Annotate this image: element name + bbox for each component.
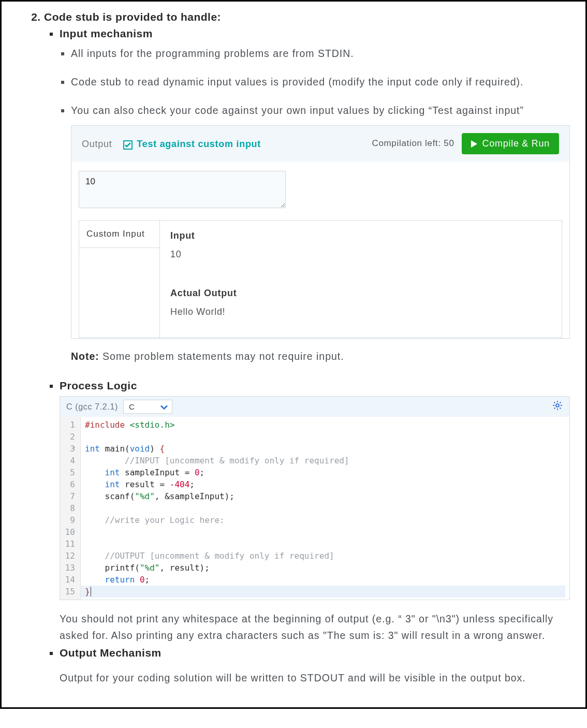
language-select[interactable]: C bbox=[123, 400, 172, 414]
heading-code-stub: Code stub is provided to handle: bbox=[44, 11, 221, 23]
input-value: 10 bbox=[170, 246, 551, 263]
actual-output-value: Hello World! bbox=[170, 304, 551, 320]
bullet-test-against-input: You can also check your code against you… bbox=[71, 102, 570, 365]
compile-run-label: Compile & Run bbox=[482, 138, 550, 149]
note-text: Some problem statements may not require … bbox=[99, 351, 344, 362]
section-process-logic: Process Logic C (gcc 7.2.1) C bbox=[60, 380, 570, 644]
io-table-left: Custom Input bbox=[79, 221, 160, 338]
note-prefix: Note: bbox=[71, 351, 99, 362]
compile-panel-header: Output Test against custom input Compila… bbox=[71, 126, 569, 162]
code-content[interactable]: #include <stdio.h> int main(void) { //IN… bbox=[81, 417, 569, 600]
code-area[interactable]: 123456789101112131415 #include <stdio.h>… bbox=[60, 417, 569, 600]
gear-icon bbox=[552, 400, 563, 411]
section-title: Process Logic bbox=[60, 380, 137, 391]
svg-point-1 bbox=[556, 404, 559, 407]
bullet-text: You can also check your code against you… bbox=[71, 105, 524, 116]
document-page: Code stub is provided to handle: Input m… bbox=[0, 0, 587, 709]
io-table-right: Input 10 Actual Output Hello World! bbox=[160, 221, 562, 338]
section-output-mechanism: Output Mechanism Output for your coding … bbox=[60, 647, 570, 686]
io-table: Custom Input Input 10 Actual Output Hell… bbox=[79, 220, 562, 338]
section-title: Input mechanism bbox=[60, 27, 153, 39]
settings-button[interactable] bbox=[552, 400, 563, 414]
output-tab-label[interactable]: Output bbox=[82, 136, 112, 152]
process-logic-para: You should not print any whitespace at t… bbox=[60, 610, 570, 644]
section-title: Output Mechanism bbox=[60, 647, 162, 659]
note-line: Note: Some problem statements may not re… bbox=[71, 348, 570, 365]
svg-marker-0 bbox=[471, 140, 477, 148]
code-editor: C (gcc 7.2.1) C bbox=[60, 396, 570, 600]
compilation-left: Compilation left: 50 bbox=[372, 136, 454, 151]
language-value: C bbox=[129, 402, 135, 411]
compilation-left-label: Compilation left: bbox=[372, 138, 444, 148]
editor-header: C (gcc 7.2.1) C bbox=[60, 397, 569, 417]
custom-input-textarea[interactable] bbox=[79, 171, 286, 208]
compile-panel: Output Test against custom input Compila… bbox=[71, 125, 570, 339]
input-header: Input bbox=[170, 228, 551, 244]
play-icon bbox=[471, 140, 477, 148]
bullet-code-stub: Code stub to read dynamic input values i… bbox=[71, 74, 570, 91]
actual-output-header: Actual Output bbox=[170, 285, 551, 301]
section-input-mechanism: Input mechanism All inputs for the progr… bbox=[60, 27, 570, 365]
chevron-down-icon bbox=[160, 402, 168, 411]
checkbox-label[interactable]: Test against custom input bbox=[137, 136, 261, 152]
list-item-2: Code stub is provided to handle: Input m… bbox=[44, 11, 570, 687]
compiler-label: C (gcc 7.2.1) bbox=[66, 402, 118, 412]
output-mech-para: Output for your coding solution will be … bbox=[60, 669, 570, 686]
bullet-stdin: All inputs for the programming problems … bbox=[71, 45, 570, 62]
custom-input-tab[interactable]: Custom Input bbox=[79, 221, 159, 249]
line-gutter: 123456789101112131415 bbox=[60, 417, 81, 600]
checkbox-icon[interactable] bbox=[123, 140, 133, 150]
compile-run-button[interactable]: Compile & Run bbox=[462, 133, 559, 154]
compile-panel-body: Custom Input Input 10 Actual Output Hell… bbox=[71, 162, 569, 338]
compilation-left-value: 50 bbox=[444, 138, 454, 148]
